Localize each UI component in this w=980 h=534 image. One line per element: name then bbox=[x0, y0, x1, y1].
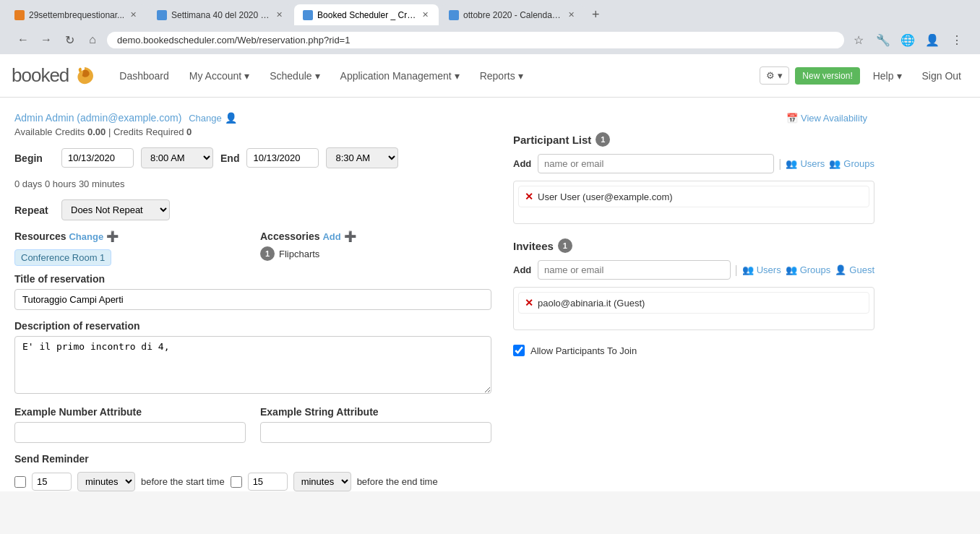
invitees-add-label: Add bbox=[513, 264, 533, 275]
participant-name-input[interactable] bbox=[538, 154, 774, 173]
invitees-add-row: Add | 👥 Users 👥 Groups 👤 Guest bbox=[513, 260, 874, 280]
invitees-count-badge: 1 bbox=[558, 238, 572, 253]
address-bar[interactable] bbox=[107, 32, 844, 48]
logo-text: booked bbox=[12, 64, 69, 87]
tab-4[interactable]: ottobre 2020 - Calendario... ✕ bbox=[440, 4, 585, 25]
example-number-input[interactable] bbox=[14, 422, 246, 443]
reminder-1-text: before the start time bbox=[141, 476, 225, 487]
participant-section: Participant List 1 Add | 👥 Users 👥 Group… bbox=[513, 132, 874, 224]
new-tab-button[interactable]: + bbox=[586, 4, 606, 25]
signout-button[interactable]: Sign Out bbox=[915, 66, 968, 86]
tab-2[interactable]: Settimana 40 del 2020 - C... ✕ bbox=[148, 4, 293, 25]
change-user-link[interactable]: Change bbox=[189, 113, 222, 124]
accessory-item: 1 Flipcharts bbox=[260, 246, 491, 261]
end-date-input[interactable] bbox=[246, 148, 319, 168]
description-section: Description of reservation E' il primo i… bbox=[14, 320, 491, 406]
add-resource-icon[interactable]: ➕ bbox=[106, 231, 119, 242]
app-mgmt-chevron-icon: ▾ bbox=[455, 70, 460, 82]
back-button[interactable]: ← bbox=[13, 30, 33, 50]
tab-4-close[interactable]: ✕ bbox=[567, 9, 576, 21]
address-bar-row: ← → ↻ ⌂ ☆ 🔧 🌐 👤 ⋮ bbox=[6, 25, 974, 54]
browser-nav-buttons: ← → ↻ ⌂ bbox=[13, 30, 103, 50]
help-button[interactable]: Help ▾ bbox=[866, 66, 909, 86]
invitees-section: Invitees 1 Add | 👥 Users 👥 Groups bbox=[513, 238, 874, 330]
tab-1[interactable]: 29settembrequestionar... ✕ bbox=[6, 4, 147, 25]
change-resource-link[interactable]: Change bbox=[69, 231, 103, 242]
forward-button[interactable]: → bbox=[36, 30, 56, 50]
reminder-1-checkbox[interactable] bbox=[14, 476, 26, 488]
credits-info: Available Credits 0.00 | Credits Require… bbox=[14, 126, 491, 137]
tab-1-close[interactable]: ✕ bbox=[129, 9, 138, 21]
tab-2-favicon bbox=[157, 10, 167, 20]
participant-add-label: Add bbox=[513, 158, 533, 169]
example-string-input[interactable] bbox=[260, 422, 491, 443]
tab-3[interactable]: Booked Scheduler _ Create ✕ bbox=[294, 4, 439, 25]
participant-list-title: Participant List 1 bbox=[513, 132, 874, 147]
invitees-groups-link[interactable]: 👥 Groups bbox=[786, 264, 831, 275]
reminder-1-number[interactable] bbox=[32, 473, 72, 491]
menu-button[interactable]: ⋮ bbox=[947, 30, 967, 50]
right-panel: 📅 View Availability Participant List 1 A… bbox=[513, 112, 874, 491]
groups-icon: 👥 bbox=[829, 158, 841, 169]
reminder-2-text: before the end time bbox=[357, 476, 438, 487]
my-account-chevron-icon: ▾ bbox=[244, 70, 249, 82]
nav-dashboard[interactable]: Dashboard bbox=[111, 64, 178, 87]
reminder-2-unit-select[interactable]: minutes hours days bbox=[293, 472, 351, 491]
bookmark-button[interactable]: ☆ bbox=[848, 30, 869, 50]
credits-value: 0.00 bbox=[87, 126, 106, 137]
attributes-row: Example Number Attribute Example String … bbox=[14, 406, 491, 443]
view-availability-link[interactable]: 📅 View Availability bbox=[786, 113, 867, 124]
guest-icon: 👤 bbox=[835, 264, 846, 275]
add-accessory-link[interactable]: Add bbox=[322, 231, 340, 242]
invitees-users-link[interactable]: 👥 Users bbox=[742, 264, 781, 275]
participant-groups-link[interactable]: 👥 Groups bbox=[829, 158, 874, 169]
invitees-guest-link[interactable]: 👤 Guest bbox=[835, 264, 874, 275]
title-section: Title of reservation bbox=[14, 273, 491, 320]
begin-end-row: Begin 8:00 AM 8:30 AM End 8:30 AM 9:00 A… bbox=[14, 147, 491, 168]
extension-2-button[interactable]: 🌐 bbox=[898, 30, 918, 50]
logo-bird-icon bbox=[73, 64, 96, 87]
tab-2-close[interactable]: ✕ bbox=[275, 9, 284, 21]
repeat-select[interactable]: Does Not Repeat Daily Weekly Monthly Yea… bbox=[61, 199, 170, 220]
accessory-name: Flipcharts bbox=[279, 249, 319, 259]
invitees-separator: | bbox=[735, 264, 738, 277]
user-name-link[interactable]: Admin Admin (admin@example.com) bbox=[14, 112, 181, 124]
participant-users-link[interactable]: 👥 Users bbox=[786, 158, 825, 169]
credits-required-value: 0 bbox=[186, 126, 192, 137]
new-version-button[interactable]: New version! bbox=[795, 67, 859, 85]
participant-separator: | bbox=[778, 158, 781, 171]
add-accessory-plus-icon[interactable]: ➕ bbox=[344, 231, 356, 242]
resource-badge: Conference Room 1 bbox=[14, 249, 111, 266]
tab-4-title: ottobre 2020 - Calendario... bbox=[463, 10, 562, 20]
participant-1-remove-button[interactable]: ✕ bbox=[525, 191, 533, 202]
resources-row: Resources Change ➕ Conference Room 1 Acc… bbox=[14, 231, 491, 266]
description-textarea[interactable]: E' il primo incontro di 4, bbox=[14, 336, 491, 394]
send-reminder-label: Send Reminder bbox=[14, 453, 491, 465]
reminder-2-number[interactable] bbox=[248, 473, 288, 491]
begin-date-input[interactable] bbox=[61, 148, 134, 168]
begin-time-select[interactable]: 8:00 AM 8:30 AM bbox=[141, 147, 213, 168]
invitee-1-remove-button[interactable]: ✕ bbox=[525, 297, 533, 309]
user-info: Admin Admin (admin@example.com) Change 👤… bbox=[14, 112, 491, 137]
home-button[interactable]: ⌂ bbox=[82, 30, 103, 50]
gear-button[interactable]: ⚙ ▾ bbox=[760, 66, 789, 85]
repeat-label: Repeat bbox=[14, 204, 54, 216]
extension-1-button[interactable]: 🔧 bbox=[873, 30, 893, 50]
allow-participants-checkbox[interactable] bbox=[513, 345, 525, 356]
profile-button[interactable]: 👤 bbox=[922, 30, 942, 50]
begin-label: Begin bbox=[14, 152, 54, 164]
app-container: booked Dashboard My Account ▾ Schedule ▾… bbox=[0, 54, 980, 491]
end-time-select[interactable]: 8:30 AM 9:00 AM bbox=[326, 147, 398, 168]
title-input[interactable] bbox=[14, 289, 491, 310]
send-reminder-section: Send Reminder minutes hours days before … bbox=[14, 453, 491, 491]
nav-application-management[interactable]: Application Management ▾ bbox=[332, 64, 468, 87]
reminder-1-unit-select[interactable]: minutes hours days bbox=[77, 472, 135, 491]
reminder-2-checkbox[interactable] bbox=[231, 476, 242, 488]
nav-reports[interactable]: Reports ▾ bbox=[471, 64, 532, 87]
tab-3-close[interactable]: ✕ bbox=[421, 9, 430, 21]
reload-button[interactable]: ↻ bbox=[59, 30, 79, 50]
nav-schedule[interactable]: Schedule ▾ bbox=[261, 64, 328, 87]
nav-my-account[interactable]: My Account ▾ bbox=[181, 64, 258, 87]
invitees-name-input[interactable] bbox=[538, 260, 731, 280]
tabs-row: 29settembrequestionar... ✕ Settimana 40 … bbox=[6, 4, 974, 25]
